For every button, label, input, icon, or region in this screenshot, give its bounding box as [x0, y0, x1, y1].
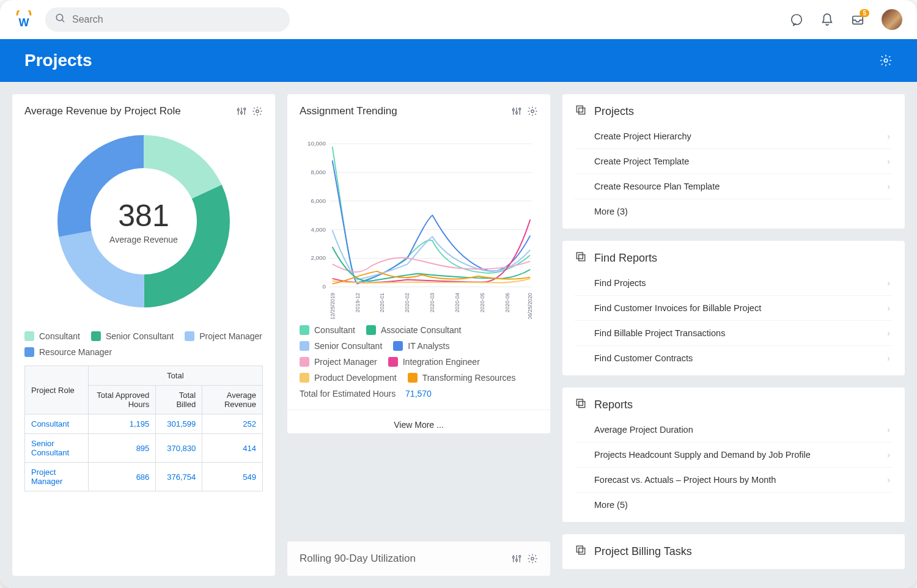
workday-logo[interactable]: W — [15, 10, 33, 29]
cell-link[interactable]: 301,599 — [167, 419, 196, 428]
line-legend: Consultant Associate Consultant Senior C… — [300, 325, 538, 383]
svg-text:4,000: 4,000 — [311, 226, 326, 233]
link-more-projects[interactable]: More (3) — [575, 199, 893, 224]
cell-link[interactable]: 895 — [136, 444, 150, 453]
svg-line-2 — [62, 20, 64, 22]
sliders-icon[interactable] — [511, 553, 522, 564]
stack-icon — [575, 251, 587, 266]
section-projects: Projects Create Project Hierarchy› Creat… — [562, 94, 905, 229]
legend-item[interactable]: Resource Manager — [24, 347, 112, 357]
link-create-project-template[interactable]: Create Project Template› — [575, 149, 893, 174]
card-assignment-trending: Assignment Trending — [287, 94, 550, 433]
chevron-right-icon: › — [887, 328, 890, 338]
legend-item[interactable]: IT Analysts — [393, 341, 449, 351]
legend-item[interactable]: Project Manager — [185, 331, 262, 341]
svg-text:2,000: 2,000 — [311, 254, 326, 261]
link-find-customer-invoices[interactable]: Find Customer Invoices for Billable Proj… — [575, 296, 893, 321]
bell-icon[interactable] — [820, 13, 834, 26]
chevron-right-icon: › — [887, 353, 890, 363]
svg-rect-57 — [579, 402, 585, 408]
search-input[interactable] — [72, 14, 280, 25]
svg-text:8,000: 8,000 — [311, 169, 326, 175]
page-settings-icon[interactable] — [879, 54, 893, 67]
svg-rect-52 — [576, 106, 583, 112]
legend-item[interactable]: Integration Engineer — [388, 357, 480, 367]
role-link[interactable]: Senior Consultant — [31, 439, 69, 457]
cell-link[interactable]: 252 — [243, 419, 256, 428]
svg-text:2020-02: 2020-02 — [404, 293, 410, 312]
dashboard-content: Average Revenue by Project Role — [0, 82, 917, 588]
sliders-icon[interactable] — [511, 106, 522, 117]
search-box[interactable] — [45, 7, 290, 32]
svg-text:6,000: 6,000 — [311, 197, 326, 204]
svg-point-49 — [516, 559, 518, 561]
chevron-right-icon: › — [887, 131, 890, 141]
cell-link[interactable]: 414 — [243, 444, 256, 453]
svg-text:2020-03: 2020-03 — [429, 293, 435, 312]
gear-icon[interactable] — [252, 106, 263, 117]
cell-link[interactable]: 370,830 — [167, 444, 196, 453]
svg-text:2020-01: 2020-01 — [379, 293, 385, 312]
link-create-project-hierarchy[interactable]: Create Project Hierarchy› — [575, 124, 893, 149]
svg-point-50 — [519, 556, 521, 557]
svg-point-11 — [244, 108, 246, 110]
svg-point-12 — [256, 110, 259, 113]
svg-point-10 — [241, 112, 243, 114]
link-create-resource-plan[interactable]: Create Resource Plan Template› — [575, 174, 893, 199]
svg-point-3 — [792, 15, 802, 25]
section-reports: Reports Average Project Duration› Projec… — [562, 388, 905, 522]
table-row: Senior Consultant 895 370,830 414 — [25, 434, 263, 463]
donut-chart[interactable]: 381 Average Revenue — [24, 123, 263, 319]
link-forecast-vs-actuals[interactable]: Forecast vs. Actuals – Project Hours by … — [575, 468, 893, 493]
link-more-reports[interactable]: More (5) — [575, 493, 893, 517]
legend-item[interactable]: Consultant — [300, 325, 355, 335]
link-find-projects[interactable]: Find Projects› — [575, 271, 893, 296]
legend-item[interactable]: Consultant — [24, 331, 80, 341]
chevron-right-icon: › — [887, 475, 890, 485]
app-frame: W 5 Projects Average Revenue by Projec — [0, 0, 917, 588]
link-find-billable-transactions[interactable]: Find Billable Project Transactions› — [575, 321, 893, 346]
link-headcount-supply-demand[interactable]: Projects Headcount Supply and Demand by … — [575, 443, 893, 468]
legend-item[interactable]: Associate Consultant — [366, 325, 462, 335]
legend-item[interactable]: Senior Consultant — [300, 341, 382, 351]
cell-link[interactable]: 686 — [136, 472, 150, 482]
legend-item[interactable]: Senior Consultant — [91, 331, 174, 341]
chevron-right-icon: › — [887, 450, 890, 460]
legend-item[interactable]: Transforming Resources — [408, 373, 516, 383]
total-hours-value[interactable]: 71,570 — [405, 389, 432, 399]
legend-item[interactable]: Product Development — [300, 373, 397, 383]
link-avg-project-duration[interactable]: Average Project Duration› — [575, 417, 893, 443]
avatar[interactable] — [882, 9, 902, 30]
card-title: Assignment Trending — [300, 105, 397, 117]
svg-point-5 — [884, 59, 888, 62]
section-find-reports: Find Reports Find Projects› Find Custome… — [562, 241, 905, 375]
cell-link[interactable]: 1,195 — [130, 419, 150, 428]
svg-text:> 06/25/2020: > 06/25/2020 — [527, 293, 533, 319]
svg-text:0: 0 — [322, 283, 326, 290]
th-group-total: Total — [88, 366, 262, 386]
chevron-right-icon: › — [887, 303, 890, 313]
revenue-table: Project Role Total Total Approved Hours … — [24, 366, 263, 491]
chevron-right-icon: › — [887, 425, 890, 435]
chat-icon[interactable] — [790, 13, 803, 26]
view-more-link[interactable]: View More ... — [287, 410, 550, 431]
page-header: Projects — [0, 39, 917, 82]
link-find-customer-contracts[interactable]: Find Customer Contracts› — [575, 346, 893, 370]
tray-icon[interactable]: 5 — [851, 13, 864, 26]
col-left: Average Revenue by Project Role — [12, 94, 275, 576]
svg-rect-56 — [576, 399, 583, 405]
svg-point-9 — [237, 109, 239, 111]
svg-text:2020-06: 2020-06 — [504, 293, 510, 312]
svg-point-51 — [531, 557, 534, 560]
cell-link[interactable]: 549 — [243, 472, 256, 482]
topbar: W 5 — [0, 0, 917, 39]
cell-link[interactable]: 376,754 — [167, 472, 196, 482]
legend-item[interactable]: Project Manager — [300, 357, 377, 367]
role-link[interactable]: Consultant — [31, 419, 69, 428]
sliders-icon[interactable] — [236, 106, 247, 117]
line-chart[interactable]: 0 2,000 4,000 6,000 8,000 10,000 < 12/25… — [300, 123, 538, 319]
role-link[interactable]: Project Manager — [31, 468, 62, 486]
gear-icon[interactable] — [527, 553, 538, 564]
gear-icon[interactable] — [527, 106, 538, 117]
svg-rect-54 — [576, 252, 583, 259]
